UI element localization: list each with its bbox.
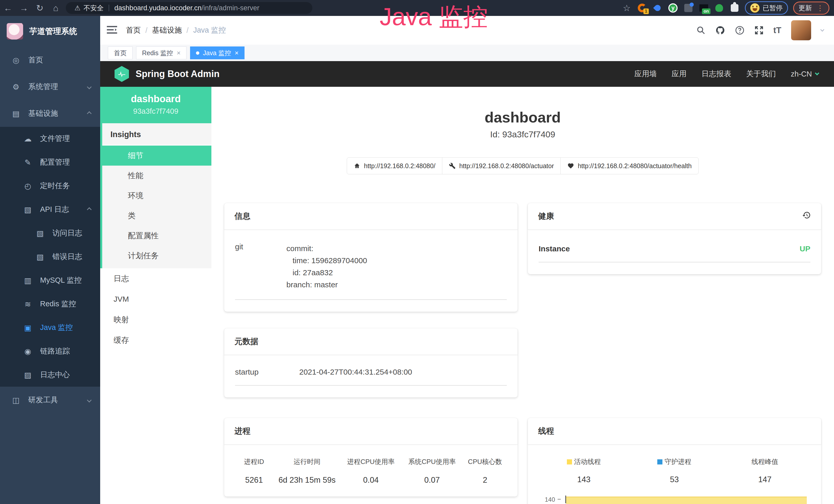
sidebar-item-mysql-monitor[interactable]: ▥ MySQL 监控 (0, 269, 100, 292)
sidebar-item-infra[interactable]: ▤ 基础设施 (0, 100, 100, 127)
extension-colorzilla-icon[interactable]: 1 (637, 3, 647, 13)
sba-brand[interactable]: Spring Boot Admin (114, 66, 220, 82)
avatar-caret-icon[interactable] (820, 27, 825, 31)
close-icon[interactable]: × (235, 49, 239, 57)
paused-label: 已暂停 (763, 4, 783, 13)
sba-item-caches[interactable]: 缓存 (100, 330, 212, 350)
threads-area-chart: 140 120 100 (539, 496, 810, 504)
extension-pin-icon[interactable] (652, 3, 663, 13)
extension-person-icon[interactable] (714, 3, 724, 13)
log-edit-icon: ▧ (23, 205, 33, 214)
main-content: dashboard Id: 93a3fc7f7409 http://192.16… (212, 87, 834, 504)
sba-nav-applications[interactable]: 应用 (672, 69, 686, 79)
sidebar-item-api-log[interactable]: ▧ API 日志 (0, 198, 100, 221)
sidebar-item-trace[interactable]: ◉ 链路追踪 (0, 339, 100, 363)
health-url-button[interactable]: http://192.168.0.2:48080/actuator/health (561, 157, 698, 174)
sba-title: Spring Boot Admin (136, 69, 220, 79)
sba-item-loggers[interactable]: 日志 (100, 268, 212, 289)
sba-nav-wallboard[interactable]: 应用墙 (634, 69, 657, 79)
hamburger-icon[interactable] (107, 25, 117, 35)
security-warning-icon[interactable]: ⚠ (74, 4, 81, 12)
fullscreen-icon[interactable] (754, 26, 764, 35)
instance-id: 93a3fc7f7409 (103, 107, 209, 116)
app-logo-row[interactable]: 芋道管理系统 (0, 16, 100, 47)
browser-back-icon[interactable]: ← (0, 3, 16, 13)
sba-item-environment[interactable]: 环境 (102, 186, 212, 206)
close-icon[interactable]: × (177, 49, 180, 57)
system-cpu: 0.07 (401, 476, 463, 485)
sidebar-item-cron-job[interactable]: ◴ 定时任务 (0, 174, 100, 198)
extension-grid-icon[interactable] (683, 3, 694, 13)
chevron-down-icon (87, 85, 91, 89)
sidebar-item-file-manage[interactable]: ☁ 文件管理 (0, 127, 100, 151)
cloud-upload-icon: ☁ (23, 134, 33, 143)
sba-item-scheduled-tasks[interactable]: 计划任务 (102, 246, 212, 266)
sba-item-config-props[interactable]: 配置属性 (102, 226, 212, 246)
active-dot (196, 51, 199, 55)
sidebar-item-config-manage[interactable]: ✎ 配置管理 (0, 151, 100, 174)
threads-card-title: 线程 (528, 418, 821, 444)
tab-java-monitor[interactable]: Java 监控 × (190, 46, 244, 59)
help-icon[interactable] (735, 25, 745, 35)
actuator-url-button[interactable]: http://192.168.0.2:48080/actuator (442, 157, 561, 174)
bookmark-star-icon[interactable]: ☆ (621, 3, 632, 13)
extension-list-icon[interactable]: on (699, 3, 709, 13)
instance-name: dashboard (103, 93, 209, 105)
tab-home[interactable]: 首页 (108, 46, 133, 59)
instance-header[interactable]: dashboard 93a3fc7f7409 (100, 87, 212, 123)
sidebar-item-redis-monitor[interactable]: ≋ Redis 监控 (0, 292, 100, 316)
sba-nav-about[interactable]: 关于我们 (746, 69, 776, 79)
sba-nav-journal[interactable]: 日志报表 (701, 69, 731, 79)
gear-icon: ⚙ (11, 83, 21, 91)
sidebar-item-java-monitor[interactable]: ▣ Java 监控 (0, 316, 100, 339)
sidebar-item-log-center[interactable]: ▨ 日志中心 (0, 363, 100, 387)
info-row-git: git commit: time: 1596289704000 id: 27aa… (235, 243, 507, 291)
process-cpu: 0.04 (341, 476, 401, 485)
browser-forward-icon[interactable]: → (16, 3, 32, 13)
paused-profile-pill[interactable]: 已暂停 (745, 1, 788, 15)
sba-item-classes[interactable]: 类 (102, 206, 212, 226)
user-avatar[interactable] (791, 20, 811, 40)
health-card-title: 健康 (528, 203, 821, 230)
breadcrumb-infra[interactable]: 基础设施 (152, 25, 182, 36)
sba-item-mappings[interactable]: 映射 (100, 310, 212, 330)
extension-y-icon[interactable]: y (668, 3, 678, 13)
history-icon[interactable] (802, 211, 811, 222)
sidebar-item-home[interactable]: ◎ 首页 (0, 47, 100, 73)
update-chrome-button[interactable]: 更新 ⋮ (793, 2, 829, 15)
breadcrumb-current: Java 监控 (193, 25, 226, 36)
daemon-threads-value: 53 (629, 475, 720, 484)
process-card: 进程 进程ID 运行时间 进程CPU使用率 系统CPU使用率 CPU核心数 52… (224, 418, 518, 497)
home-gauge-icon: ◎ (11, 56, 21, 65)
sba-nav: 应用墙 应用 日志报表 关于我们 zh-CN (634, 69, 834, 79)
security-label: 不安全 (84, 4, 104, 13)
github-icon[interactable] (715, 25, 725, 35)
address-divider (109, 5, 109, 11)
sidebar-item-system[interactable]: ⚙ 系统管理 (0, 73, 100, 100)
sba-item-metrics[interactable]: 性能 (102, 166, 212, 186)
tab-redis-monitor[interactable]: Redis 监控 × (136, 46, 186, 59)
sba-item-details[interactable]: 细节 (100, 145, 212, 166)
service-url-button[interactable]: http://192.168.0.2:48080/ (347, 157, 442, 174)
chevron-up-icon (87, 207, 91, 212)
threads-legend-values: 143 53 147 (539, 475, 810, 484)
sidebar-item-access-log[interactable]: ▧ 访问日志 (0, 221, 100, 245)
monitor-icon: ▤ (11, 109, 21, 118)
sidebar-item-error-log[interactable]: ▧ 错误日志 (0, 245, 100, 269)
sba-nav-language[interactable]: zh-CN (791, 70, 818, 78)
instance-links: http://192.168.0.2:48080/ http://192.168… (212, 157, 834, 174)
process-id: 5261 (235, 476, 273, 485)
breadcrumb-home[interactable]: 首页 (126, 25, 141, 36)
insights-group: Insights 细节 性能 环境 类 配置属性 计划任务 (100, 123, 212, 268)
search-icon[interactable] (696, 26, 706, 35)
browser-reload-icon[interactable]: ↻ (32, 3, 48, 13)
browser-home-icon[interactable]: ⌂ (48, 3, 64, 13)
extensions-puzzle-icon[interactable] (729, 3, 740, 13)
address-bar[interactable]: ⚠ 不安全 dashboard.yudao.iocoder.cn /infra/… (66, 2, 312, 14)
sidebar-item-devtools[interactable]: ◫ 研发工具 (0, 387, 100, 413)
browser-menu-icon[interactable]: ⋮ (816, 4, 824, 12)
heartbeat-icon (567, 162, 574, 169)
extension-count-badge: 1 (643, 8, 649, 14)
sba-item-jvm[interactable]: JVM (100, 289, 212, 310)
font-size-icon[interactable]: tT (773, 25, 781, 35)
